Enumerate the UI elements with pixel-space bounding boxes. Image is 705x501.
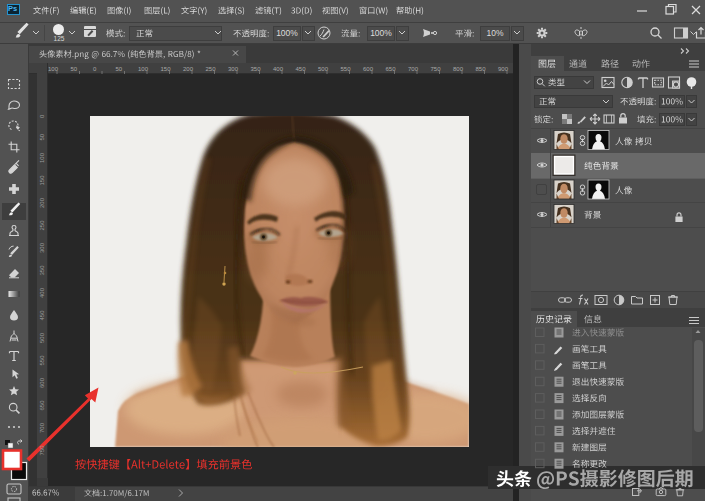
svg-text:550: 550 [341,66,352,72]
svg-text:0: 0 [93,66,97,72]
svg-text:650: 650 [386,66,397,72]
svg-text:50: 50 [116,66,123,72]
svg-text:350: 350 [251,66,262,72]
svg-text:450: 450 [39,310,45,321]
svg-text:50: 50 [39,133,45,140]
svg-text:100: 100 [39,152,45,163]
svg-text:300: 300 [39,242,45,253]
svg-text:0: 0 [39,114,45,118]
svg-text:300: 300 [228,66,239,72]
svg-text:600: 600 [363,66,374,72]
svg-text:150: 150 [39,175,45,186]
svg-text:700: 700 [39,422,45,433]
svg-text:850: 850 [476,66,487,72]
svg-text:750: 750 [39,445,45,456]
svg-text:100: 100 [138,66,149,72]
svg-text:400: 400 [273,66,284,72]
svg-text:250: 250 [39,220,45,231]
svg-text:800: 800 [453,66,464,72]
svg-text:650: 650 [39,400,45,411]
svg-text:250: 250 [206,66,217,72]
svg-text:500: 500 [318,66,329,72]
svg-text:450: 450 [296,66,307,72]
svg-text:900: 900 [498,66,509,72]
svg-text:700: 700 [408,66,419,72]
svg-text:500: 500 [39,332,45,343]
svg-text:100: 100 [48,66,59,72]
svg-text:50: 50 [71,66,78,72]
svg-text:350: 350 [39,265,45,276]
svg-text:150: 150 [161,66,172,72]
svg-text:200: 200 [39,197,45,208]
svg-text:550: 550 [39,355,45,366]
svg-text:750: 750 [431,66,442,72]
svg-text:200: 200 [183,66,194,72]
svg-text:400: 400 [39,287,45,298]
svg-text:600: 600 [39,377,45,388]
